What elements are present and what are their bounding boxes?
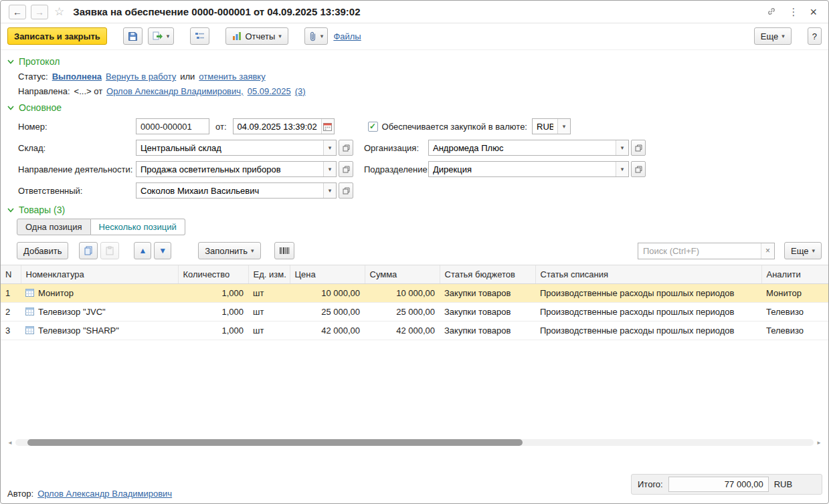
add-row-button[interactable]: Добавить (17, 242, 68, 259)
reports-button[interactable]: Отчеты ▾ (225, 27, 288, 45)
scroll-left-button[interactable]: ◄ (5, 440, 15, 446)
division-dropdown-button[interactable]: ▾ (616, 162, 628, 176)
organization-dropdown-button[interactable]: ▾ (616, 140, 628, 155)
subordination-structure-button[interactable] (190, 27, 209, 45)
more-button[interactable]: Еще ▾ (754, 27, 792, 45)
paste-row-button[interactable] (100, 242, 119, 259)
tab-multiple-positions[interactable]: Несколько позиций (91, 219, 185, 235)
cell-nomenclature[interactable]: Монитор (21, 283, 178, 302)
warehouse-dropdown-button[interactable]: ▾ (323, 140, 336, 155)
column-header-writeoff-item[interactable]: Статья списания (535, 265, 761, 283)
column-header-price[interactable]: Цена (290, 265, 365, 283)
directed-person-link[interactable]: Орлов Александр Владимирович, (106, 86, 244, 96)
cell-sum[interactable]: 42 000,00 (365, 321, 440, 340)
responsible-open-button[interactable] (339, 182, 353, 199)
cell-n[interactable]: 2 (1, 302, 21, 321)
currency-field[interactable] (533, 119, 557, 134)
cell-unit[interactable]: шт (248, 283, 290, 302)
return-to-work-link[interactable]: Вернуть в работу (106, 72, 176, 82)
currency-dropdown-button[interactable]: ▾ (557, 119, 570, 134)
cancel-request-link[interactable]: отменить заявку (199, 72, 265, 82)
cell-budget-item[interactable]: Закупки товаров (440, 321, 535, 340)
cell-budget-item[interactable]: Закупки товаров (440, 283, 535, 302)
main-section-header[interactable]: Основное (7, 102, 822, 113)
column-header-budget-item[interactable]: Статья бюджетов (440, 265, 535, 283)
horizontal-scrollbar[interactable]: ◄ ► (5, 438, 824, 447)
responsible-dropdown-button[interactable]: ▾ (323, 183, 336, 198)
cell-quantity[interactable]: 1,000 (178, 302, 248, 321)
attachments-button[interactable]: ▾ (304, 27, 329, 45)
activity-dropdown-button[interactable]: ▾ (323, 162, 336, 176)
close-button[interactable]: × (806, 5, 820, 19)
cell-writeoff-item[interactable]: Производственные расходы прошлых периодо… (535, 321, 761, 340)
directed-count-link[interactable]: (3) (295, 86, 306, 96)
number-field[interactable] (136, 118, 209, 134)
cell-sum[interactable]: 25 000,00 (365, 302, 440, 321)
cell-sum[interactable]: 10 000,00 (365, 283, 440, 302)
table-row[interactable]: 1 Монитор 1,000 шт 10 000,00 10 000,00 З… (1, 283, 828, 302)
table-row[interactable]: 3 Телевизор "SHARP" 1,000 шт 42 000,00 4… (1, 321, 828, 340)
column-header-n[interactable]: N (1, 265, 21, 283)
files-link[interactable]: Файлы (333, 31, 361, 41)
save-and-close-button[interactable]: Записать и закрыть (7, 27, 107, 45)
search-input[interactable] (638, 243, 761, 259)
warehouse-field[interactable] (136, 140, 323, 155)
cell-quantity[interactable]: 1,000 (178, 321, 248, 340)
status-value-link[interactable]: Выполнена (52, 72, 102, 82)
favorite-star-icon[interactable]: ☆ (54, 5, 64, 19)
barcode-scanner-button[interactable] (274, 242, 294, 259)
copy-link-button[interactable] (763, 5, 780, 19)
create-based-on-button[interactable]: ▾ (148, 27, 175, 45)
date-field[interactable] (234, 119, 321, 134)
column-header-analytics[interactable]: Аналити (761, 265, 828, 283)
scrollbar-thumb[interactable] (27, 439, 523, 446)
tab-single-position[interactable]: Одна позиция (17, 219, 91, 235)
scroll-right-button[interactable]: ► (814, 440, 824, 446)
activity-field[interactable] (136, 162, 323, 176)
column-header-sum[interactable]: Сумма (365, 265, 440, 283)
back-button[interactable]: ← (9, 5, 26, 19)
save-button[interactable] (123, 27, 143, 45)
cell-unit[interactable]: шт (248, 302, 290, 321)
scrollbar-track[interactable] (15, 439, 814, 446)
cell-n[interactable]: 3 (1, 321, 21, 340)
warehouse-open-button[interactable] (339, 140, 353, 156)
calendar-button[interactable] (321, 119, 334, 134)
cell-n[interactable]: 1 (1, 283, 21, 302)
move-row-up-button[interactable]: ▲ (134, 242, 151, 259)
copy-row-button[interactable] (79, 242, 98, 259)
cell-writeoff-item[interactable]: Производственные расходы прошлых периодо… (535, 283, 761, 302)
column-header-quantity[interactable]: Количество (178, 265, 248, 283)
directed-date-link[interactable]: 05.09.2025 (248, 86, 291, 96)
cell-analytics[interactable]: Телевизо (761, 321, 828, 340)
protocol-section-header[interactable]: Протокол (7, 56, 822, 67)
cell-quantity[interactable]: 1,000 (178, 283, 248, 302)
cell-price[interactable]: 10 000,00 (290, 283, 365, 302)
author-link[interactable]: Орлов Александр Владимирович (37, 489, 172, 499)
cell-budget-item[interactable]: Закупки товаров (440, 302, 535, 321)
activity-open-button[interactable] (339, 161, 353, 177)
column-header-nomenclature[interactable]: Номенклатура (21, 265, 178, 283)
division-field[interactable] (429, 162, 616, 176)
cell-analytics[interactable]: Телевизо (761, 302, 828, 321)
cell-unit[interactable]: шт (248, 321, 290, 340)
cell-nomenclature[interactable]: Телевизор "SHARP" (21, 321, 178, 340)
goods-section-header[interactable]: Товары (3) (7, 205, 822, 215)
fill-button[interactable]: Заполнить ▾ (198, 242, 260, 259)
organization-field[interactable] (429, 140, 616, 155)
table-row[interactable]: 2 Телевизор "JVC" 1,000 шт 25 000,00 25 … (1, 302, 828, 321)
cell-price[interactable]: 42 000,00 (290, 321, 365, 340)
kebab-menu-button[interactable]: ⋮ (785, 5, 802, 18)
help-button[interactable]: ? (808, 27, 822, 45)
responsible-field[interactable] (136, 183, 323, 198)
column-header-unit[interactable]: Ед. изм. (248, 265, 290, 283)
move-row-down-button[interactable]: ▼ (154, 242, 171, 259)
division-open-button[interactable] (631, 161, 646, 177)
currency-checkbox[interactable]: ✓ (368, 122, 378, 132)
cell-nomenclature[interactable]: Телевизор "JVC" (21, 302, 178, 321)
cell-writeoff-item[interactable]: Производственные расходы прошлых периодо… (535, 302, 761, 321)
organization-open-button[interactable] (631, 140, 646, 156)
goods-more-button[interactable]: Еще ▾ (784, 242, 822, 259)
cell-analytics[interactable]: Монитор (761, 283, 828, 302)
forward-button[interactable]: → (31, 5, 48, 19)
